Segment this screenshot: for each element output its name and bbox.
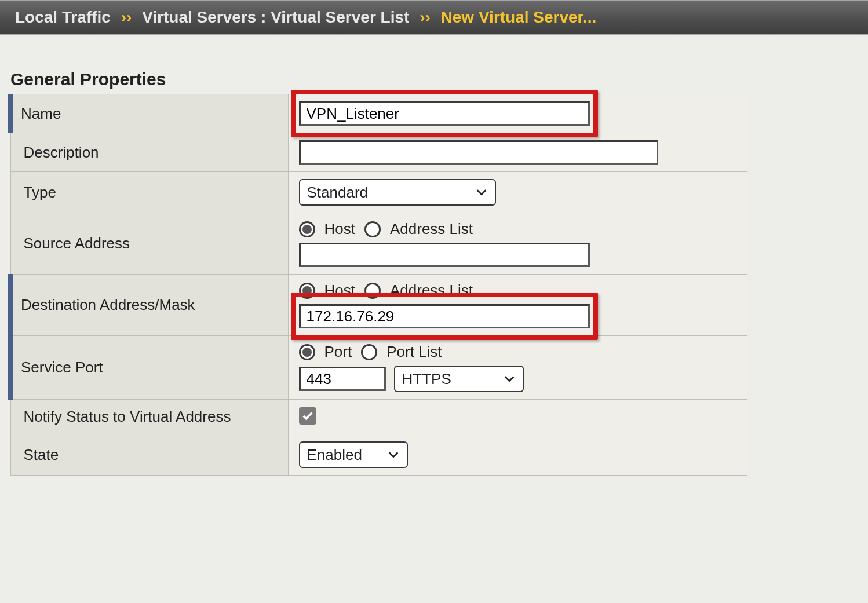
breadcrumb-mid[interactable]: Virtual Servers : Virtual Server List [142,8,409,26]
service-port-input[interactable] [299,367,386,391]
label-destination-address: Destination Address/Mask [10,275,288,336]
breadcrumb-current: New Virtual Server... [441,8,597,26]
dest-addresslist-radio-label: Address List [390,282,473,299]
chevron-down-icon [475,186,488,199]
portlist-radio-label: Port List [386,343,442,361]
source-address-input[interactable] [299,243,590,267]
breadcrumb-sep-icon: ›› [115,8,138,26]
description-input[interactable] [299,140,658,165]
service-port-proto-select[interactable]: HTTPS [394,366,524,392]
check-icon [301,410,314,422]
service-port-proto-value: HTTPS [402,370,451,388]
breadcrumb-bar: Local Traffic ›› Virtual Servers : Virtu… [0,0,868,35]
source-host-radio-label: Host [324,220,355,238]
highlight-destination [299,304,590,328]
source-addresslist-radio-label: Address List [390,220,473,238]
general-properties-table: Name Description Type Standard Source Ad… [8,94,747,476]
type-select[interactable]: Standard [299,179,496,206]
label-service-port: Service Port [10,336,288,400]
state-select-value: Enabled [307,446,362,464]
breadcrumb-root[interactable]: Local Traffic [15,8,111,26]
breadcrumb-sep-icon: ›› [414,8,436,26]
breadcrumb: Local Traffic ›› Virtual Servers : Virtu… [0,1,868,34]
label-notify-status: Notify Status to Virtual Address [10,400,288,434]
label-source-address: Source Address [10,213,288,275]
source-addresslist-radio[interactable] [364,221,381,237]
portlist-radio[interactable] [361,344,377,360]
destination-address-input[interactable] [299,304,590,328]
label-state: State [10,434,288,476]
chevron-down-icon [503,372,516,385]
section-heading-general-properties: General Properties [10,70,868,89]
dest-host-radio[interactable] [299,283,315,299]
port-radio[interactable] [299,344,315,360]
source-host-radio[interactable] [299,221,315,237]
dest-addresslist-radio[interactable] [364,283,381,299]
label-type: Type [10,172,288,213]
label-description: Description [10,133,288,172]
name-input[interactable] [299,101,590,126]
state-select[interactable]: Enabled [299,441,408,468]
highlight-name [299,101,590,126]
dest-host-radio-label: Host [324,282,355,299]
notify-status-checkbox[interactable] [299,407,316,425]
label-name: Name [10,94,288,133]
port-radio-label: Port [324,343,352,361]
type-select-value: Standard [307,184,369,202]
chevron-down-icon [387,448,400,461]
